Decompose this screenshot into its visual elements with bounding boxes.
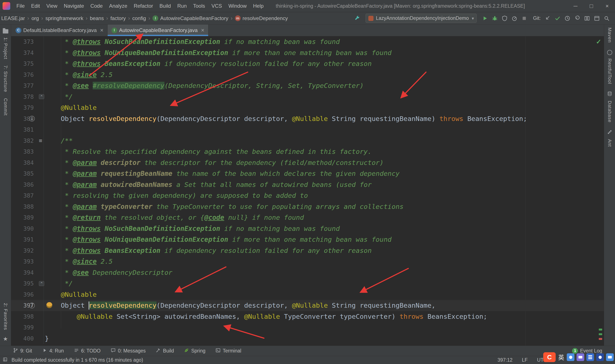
code-text[interactable]: Object resolveDependency(DependencyDescr… xyxy=(44,113,604,124)
code-text[interactable]: @Nullable xyxy=(44,289,604,300)
sidebar-item-2-favorites[interactable]: 2: Favorites xyxy=(3,303,8,330)
wrench-icon[interactable] xyxy=(352,13,362,23)
breadcrumb-item-factory[interactable]: factory xyxy=(110,15,126,21)
breadcrumb-item-springframework[interactable]: springframework xyxy=(45,15,83,21)
code-text[interactable]: * @since 2.5 xyxy=(44,69,604,80)
layout-icon[interactable] xyxy=(592,13,602,23)
sidebar-item-commit[interactable]: Commit xyxy=(3,98,8,116)
code-text[interactable]: * @param requestingBeanName the name of … xyxy=(44,168,604,179)
gutter[interactable]: 373 xyxy=(11,36,44,47)
git-update-button[interactable] xyxy=(543,13,553,23)
tab-autowirecapablebeanfactory-java[interactable]: IAutowireCapableBeanFactory.java× xyxy=(108,25,209,36)
gutter[interactable]: 397↓ xyxy=(11,300,44,311)
menu-item-analyze[interactable]: Analyze xyxy=(106,0,131,12)
menu-item-run[interactable]: Run xyxy=(174,0,190,12)
code-text[interactable]: * @param descriptor the descriptor for t… xyxy=(44,157,604,168)
gutter[interactable]: 392 xyxy=(11,245,44,256)
menu-item-navigate[interactable]: Navigate xyxy=(61,0,87,12)
caret-position[interactable]: 397:12 xyxy=(497,357,512,363)
code-text[interactable]: * @throws NoUniqueBeanDefinitionExceptio… xyxy=(44,47,604,58)
scroll-mark[interactable] xyxy=(599,338,602,340)
code-text[interactable]: } xyxy=(44,333,604,344)
gutter[interactable]: 383 xyxy=(11,146,44,157)
menu-item-tools[interactable]: Tools xyxy=(190,0,208,12)
menu-item-file[interactable]: File xyxy=(13,0,28,12)
code-text[interactable]: * @param autowiredBeanNames a Set that a… xyxy=(44,179,604,190)
gutter[interactable]: 382≡ xyxy=(11,135,44,146)
git-commit-button[interactable] xyxy=(553,13,562,23)
toolwindow-button-spring[interactable]: Spring xyxy=(184,348,205,354)
code-text[interactable]: * @throws NoUniqueBeanDefinitionExceptio… xyxy=(44,234,604,245)
menu-item-edit[interactable]: Edit xyxy=(28,0,43,12)
gutter[interactable]: 386 xyxy=(11,179,44,190)
gutter[interactable]: 389 xyxy=(11,212,44,223)
code-text[interactable]: Object resolveDependency(DependencyDescr… xyxy=(44,300,604,311)
render-doc-icon[interactable]: ≡ xyxy=(39,138,42,143)
code-text[interactable]: * Resolve the specified dependency again… xyxy=(44,146,604,157)
code-text[interactable]: * @throws NoSuchBeanDefinitionException … xyxy=(44,36,604,47)
code-text[interactable]: * resolving the given dependency) are su… xyxy=(44,190,604,201)
coverage-button[interactable] xyxy=(500,13,509,23)
run-button[interactable] xyxy=(480,13,490,23)
close-icon[interactable]: × xyxy=(100,27,104,33)
toolwindow-button-4-run[interactable]: 4: Run xyxy=(42,348,64,354)
menu-item-window[interactable]: Window xyxy=(225,0,250,12)
favorites-star-icon[interactable]: ★ xyxy=(3,336,8,342)
breadcrumb-item-org[interactable]: org xyxy=(31,15,39,21)
code-text[interactable]: * @see #resolveDependency(DependencyDesc… xyxy=(44,80,604,91)
toolwindow-toggle-icon[interactable] xyxy=(2,357,8,363)
profiler-button[interactable] xyxy=(509,13,519,23)
code-text[interactable]: * @since 2.5 xyxy=(44,256,604,267)
stop-button[interactable] xyxy=(519,13,529,23)
breadcrumb-item-beans[interactable]: beans xyxy=(90,15,104,21)
menu-item-build[interactable]: Build xyxy=(156,0,174,12)
code-editor[interactable]: ✓ 373 * @throws NoSuchBeanDefinitionExce… xyxy=(11,36,604,346)
menu-item-code[interactable]: Code xyxy=(87,0,106,12)
debug-button[interactable] xyxy=(490,13,500,23)
gutter[interactable]: 379 xyxy=(11,102,44,113)
gutter[interactable]: 380↓ xyxy=(11,113,44,124)
implemented-marker-icon[interactable]: ↓ xyxy=(29,116,35,122)
gutter[interactable]: 378^ xyxy=(11,91,44,103)
breadcrumb-item-config[interactable]: config xyxy=(132,15,146,21)
gutter[interactable]: 395^ xyxy=(11,278,44,289)
gutter[interactable]: 394 xyxy=(11,267,44,278)
git-compare-button[interactable] xyxy=(582,13,592,23)
gutter[interactable]: 381 xyxy=(11,124,44,135)
gutter[interactable]: 391 xyxy=(11,234,44,245)
toolwindow-button-0-messages[interactable]: 0: Messages xyxy=(110,348,146,354)
sidebar-item-restfultool[interactable]: RestfulTool xyxy=(607,58,613,84)
code-text[interactable]: */ xyxy=(44,91,604,103)
gutter[interactable]: 399 xyxy=(11,322,44,333)
project-folder-icon[interactable] xyxy=(3,29,8,34)
sidebar-item-database[interactable]: Database xyxy=(607,101,613,122)
minimize-button[interactable]: ─ xyxy=(568,0,583,12)
gutter[interactable]: 377 xyxy=(11,80,44,91)
sidebar-item-ant[interactable]: Ant xyxy=(607,139,613,147)
gutter[interactable]: 388 xyxy=(11,201,44,212)
code-text[interactable]: * @throws NoSuchBeanDefinitionException … xyxy=(44,223,604,234)
gutter[interactable]: 374 xyxy=(11,47,44,58)
toolwindow-button-build[interactable]: Build xyxy=(155,348,174,354)
close-button[interactable]: × xyxy=(599,0,615,12)
menu-item-refactor[interactable]: Refactor xyxy=(131,0,156,12)
fold-marker-icon[interactable]: ^ xyxy=(39,281,44,286)
code-text[interactable]: * @throws BeansException if dependency r… xyxy=(44,245,604,256)
toolwindow-button-6-todo[interactable]: 6: TODO xyxy=(74,348,101,354)
sidebar-item-7-structure[interactable]: 7: Structure xyxy=(3,65,8,92)
menu-item-view[interactable]: View xyxy=(43,0,61,12)
inspection-ok-icon[interactable]: ✓ xyxy=(596,38,601,45)
gutter[interactable]: 390 xyxy=(11,223,44,234)
close-icon[interactable]: × xyxy=(201,27,204,33)
menu-item-vcs[interactable]: VCS xyxy=(208,0,225,12)
code-text[interactable]: @Nullable xyxy=(44,102,604,113)
fold-marker-icon[interactable]: ^ xyxy=(39,94,44,99)
breadcrumb-item-lease-jar[interactable]: LEASE.jar xyxy=(1,15,25,21)
code-text[interactable] xyxy=(44,322,604,333)
menu-item-help[interactable]: Help xyxy=(250,0,267,12)
gutter[interactable]: 375 xyxy=(11,58,44,69)
implemented-marker-icon[interactable]: ↓ xyxy=(29,302,35,308)
scroll-mark[interactable] xyxy=(599,329,602,330)
gutter[interactable]: 385 xyxy=(11,168,44,179)
tab-defaultlistablebeanfactory-java[interactable]: CDefaultListableBeanFactory.java× xyxy=(12,25,108,36)
